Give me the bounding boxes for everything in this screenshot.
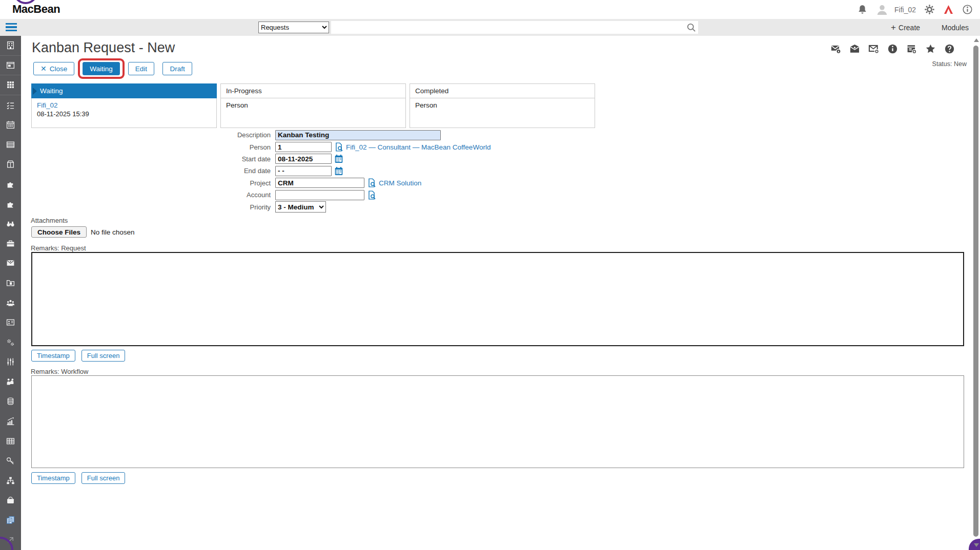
start-date-calendar-icon[interactable]	[334, 154, 343, 163]
project-link[interactable]: CRM Solution	[379, 179, 421, 187]
sidebar-item-grid[interactable]	[0, 75, 21, 95]
people-group-icon	[6, 299, 15, 307]
timestamp-button-workflow[interactable]: Timestamp	[31, 472, 75, 484]
mail-seal-icon[interactable]	[849, 44, 860, 54]
hamburger-menu-icon[interactable]	[6, 23, 17, 32]
sidebar-item-folder-document[interactable]	[0, 273, 21, 293]
key-icon	[6, 456, 15, 465]
sidebar-item-puzzle-2[interactable]	[0, 194, 21, 214]
description-input[interactable]	[275, 130, 441, 140]
info-filled-icon[interactable]	[887, 44, 898, 54]
mail-add-icon[interactable]	[868, 44, 879, 54]
sidebar-item-calendar[interactable]	[0, 115, 21, 135]
create-label: Create	[899, 24, 920, 32]
kanban-header-label: In-Progress	[226, 87, 262, 95]
contact-card-icon	[6, 318, 15, 327]
kanban-card-link[interactable]: Fifi_02	[37, 101, 58, 109]
draft-button[interactable]: Draft	[162, 62, 192, 75]
end-date-calendar-icon[interactable]	[334, 166, 343, 176]
sidebar-item-puzzle[interactable]	[0, 174, 21, 194]
person-input[interactable]	[275, 142, 332, 152]
about-info-icon[interactable]	[962, 4, 973, 15]
sidebar-item-sitemap[interactable]	[0, 471, 21, 491]
fullscreen-button-workflow[interactable]: Full screen	[81, 472, 126, 484]
sidebar-item-gears[interactable]	[0, 332, 21, 352]
end-date-input[interactable]	[275, 166, 332, 176]
account-lookup-icon[interactable]	[367, 191, 376, 200]
sidebar-item-growth-chart[interactable]	[0, 411, 21, 431]
puzzle-2-icon	[6, 200, 15, 208]
fullscreen-button-request[interactable]: Full screen	[81, 350, 126, 362]
sidebar-item-sliders[interactable]	[0, 352, 21, 372]
person-link[interactable]: Fifi_02 — Consultant — MacBean CoffeeWor…	[346, 143, 491, 151]
vertical-scrollbar[interactable]	[973, 36, 979, 550]
calendar-icon	[6, 120, 15, 129]
close-button[interactable]: ✕ Close	[33, 62, 74, 75]
project-lookup-icon[interactable]	[367, 178, 376, 187]
account-label: Account	[0, 191, 275, 199]
help-filled-icon[interactable]	[944, 44, 955, 54]
user-avatar-icon[interactable]	[876, 4, 888, 16]
sidebar-item-contact-card[interactable]	[0, 312, 21, 332]
project-input[interactable]	[275, 178, 364, 188]
sidebar-item-coins[interactable]	[0, 392, 21, 412]
timestamp-button-request[interactable]: Timestamp	[31, 350, 75, 362]
remarks-workflow-textarea[interactable]	[31, 375, 964, 468]
folder-document-icon	[6, 279, 15, 287]
kanban-cell[interactable]: Person	[220, 98, 406, 128]
binoculars-icon	[6, 219, 15, 228]
nav-bar: Requests + Create Modules	[0, 19, 980, 36]
sidebar-item-key[interactable]	[0, 451, 21, 471]
report-add-icon[interactable]	[906, 44, 917, 54]
status-badge: Status: New	[932, 60, 967, 68]
kanban-card[interactable]: Fifi_02 08-11-2025 15:39	[31, 98, 217, 128]
sidebar-item-browser-window[interactable]	[0, 56, 21, 76]
sidebar-item-table[interactable]	[0, 431, 21, 451]
form-row-project: Project CRM Solution	[0, 177, 980, 189]
sidebar-item-people-group[interactable]	[0, 293, 21, 313]
brand-a-icon[interactable]	[943, 4, 954, 15]
person-lookup-icon[interactable]	[334, 142, 343, 152]
sidebar	[0, 36, 21, 550]
sidebar-item-handshake[interactable]	[0, 372, 21, 392]
sidebar-item-briefcase[interactable]	[0, 234, 21, 253]
attachments-label: Attachments	[31, 217, 68, 224]
username-label[interactable]: Fifi_02	[894, 6, 916, 14]
scrollbar-thumb[interactable]	[973, 46, 978, 537]
sidebar-item-documents-copy[interactable]	[0, 510, 21, 530]
kanban-header-in-progress[interactable]: In-Progress	[220, 83, 406, 98]
sidebar-item-package[interactable]	[0, 155, 21, 175]
priority-select[interactable]: 3 - Medium	[275, 201, 326, 213]
kanban-cell[interactable]: Person	[410, 98, 595, 128]
modules-button[interactable]: Modules	[942, 24, 969, 32]
account-input[interactable]	[275, 190, 364, 200]
search-input[interactable]	[331, 21, 698, 34]
search-icon[interactable]	[686, 23, 696, 32]
notifications-bell-icon[interactable]	[857, 4, 868, 15]
mail-info-icon[interactable]	[830, 44, 841, 54]
search-scope-select[interactable]: Requests	[258, 22, 329, 33]
kanban-header-completed[interactable]: Completed	[410, 83, 595, 98]
kanban-header-waiting[interactable]: Waiting	[31, 83, 217, 98]
scroll-up-arrow-icon[interactable]	[974, 38, 979, 42]
handshake-icon	[6, 377, 15, 386]
create-button[interactable]: + Create	[891, 23, 920, 33]
page-action-icons	[830, 44, 955, 54]
kanban-cell-label: Person	[226, 101, 248, 109]
sidebar-item-checklist[interactable]	[0, 95, 21, 115]
sidebar-item-company[interactable]	[0, 36, 21, 56]
edit-button[interactable]: Edit	[128, 62, 154, 75]
sidebar-item-rows[interactable]	[0, 135, 21, 155]
scroll-down-arrow-icon[interactable]	[974, 543, 979, 547]
sidebar-item-basket[interactable]	[0, 491, 21, 511]
waiting-button[interactable]: Waiting	[83, 62, 120, 75]
star-icon[interactable]	[925, 44, 936, 54]
settings-gear-icon[interactable]	[924, 4, 935, 15]
sidebar-item-envelope[interactable]	[0, 253, 21, 273]
sidebar-item-binoculars[interactable]	[0, 214, 21, 234]
choose-files-button[interactable]: Choose Files	[31, 226, 87, 238]
checklist-icon	[6, 101, 15, 110]
remarks-request-buttons: Timestamp Full screen	[31, 350, 125, 362]
start-date-input[interactable]	[275, 154, 332, 164]
remarks-request-textarea[interactable]	[31, 252, 964, 346]
